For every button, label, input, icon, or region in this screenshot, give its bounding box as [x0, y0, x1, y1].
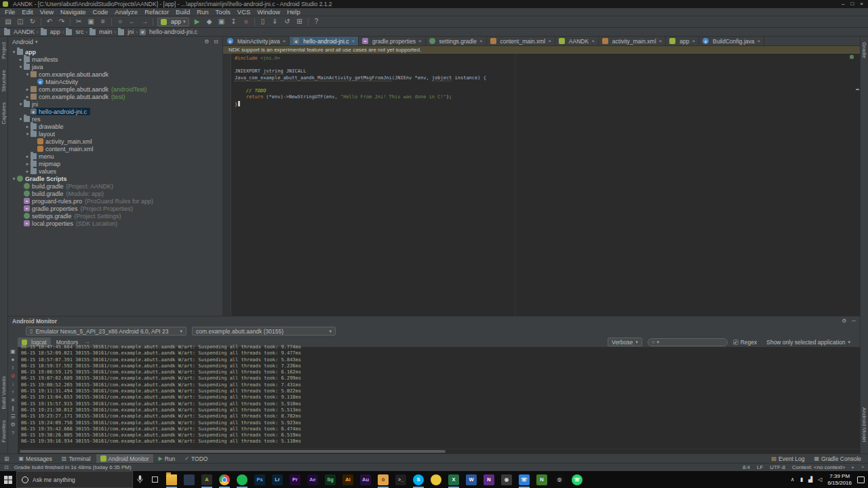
cursor-position[interactable]: 8:4 [743, 464, 750, 470]
android-studio-icon[interactable]: A [198, 471, 216, 488]
menu-item-build[interactable]: Build [172, 8, 193, 16]
monkey-face-icon[interactable]: ö [374, 471, 392, 488]
command-prompt-icon[interactable]: >_ [392, 471, 410, 488]
undo-icon[interactable]: ↶ [45, 18, 54, 25]
help-icon[interactable]: ? [12, 430, 14, 436]
tree-item-com-example-abutt-aandk[interactable]: ▾com.example.abutt.aandk [8, 70, 222, 78]
debug-icon[interactable]: ◆ [205, 18, 214, 25]
avd-manager-icon[interactable]: ▯ [259, 18, 267, 25]
chevron-right-icon[interactable]: ▸ [24, 161, 31, 167]
camera-icon[interactable]: ◉ [498, 471, 515, 488]
chevron-down-icon[interactable]: ▾ [11, 176, 17, 182]
logcat-output[interactable]: 06-15 18:47:45.664 30155-30161/com.examp… [18, 344, 860, 449]
device-selector[interactable]: ▯ Emulator Nexus_5_API_23_x86 Android 6.… [26, 327, 186, 336]
microphone-button[interactable] [133, 471, 146, 488]
cortana-search[interactable]: Ask me anything [16, 471, 133, 488]
tab-messages[interactable]: ▣Messages [15, 454, 56, 464]
onenote-icon[interactable]: N [480, 471, 498, 488]
illustrator-icon[interactable]: Ai [339, 471, 357, 488]
menu-item-window[interactable]: Window [254, 8, 283, 16]
tab-gradle-console[interactable]: ▦Gradle Console [810, 454, 865, 464]
save-all-icon[interactable]: ◫ [16, 18, 24, 25]
editor-tab-buildconfig-java[interactable]: cBuildConfig.java× [699, 37, 764, 45]
after-effects-icon[interactable]: Ae [304, 471, 321, 488]
whatsapp-icon[interactable]: ☏ [568, 471, 586, 488]
tool-button-android-model[interactable]: Android Model [861, 407, 867, 443]
open-project-icon[interactable]: ▤ [4, 18, 12, 25]
tree-item-gradle-scripts[interactable]: ▾Gradle Scripts [8, 175, 222, 182]
close-icon[interactable]: × [591, 38, 595, 44]
tree-item-hello-android-jni-c[interactable]: chello-android-jni.c [8, 108, 222, 115]
close-button[interactable]: × [860, 0, 863, 8]
project-view-selector[interactable]: Android ▾ [12, 39, 38, 45]
page-up-icon[interactable]: ↑ [12, 390, 14, 395]
minimize-panel-icon[interactable]: ─ [852, 318, 856, 324]
tree-item-gradle-properties-project-properties[interactable]: =gradle.properties(Project Properties) [8, 205, 222, 212]
sdk-manager-icon[interactable]: ⇓ [271, 18, 279, 25]
chevron-down-icon[interactable]: ▾ [11, 49, 17, 55]
editor-tab-app[interactable]: app× [666, 37, 699, 45]
tree-item-com-example-abutt-aandk-androidtest[interactable]: ▸com.example.abutt.aandk(androidTest) [8, 85, 222, 93]
notepad-icon[interactable]: N [533, 471, 551, 488]
tab-terminal[interactable]: ▥Terminal [58, 454, 95, 464]
tree-item-values[interactable]: ▸values [8, 167, 222, 175]
lightroom-icon[interactable]: Lr [269, 471, 286, 488]
project-structure-icon[interactable]: ⊞ [296, 18, 304, 25]
help-icon[interactable]: ? [313, 18, 321, 25]
chevron-down-icon[interactable]: ▾ [24, 131, 31, 137]
tree-item-mainactivity[interactable]: cMainActivity [8, 78, 222, 85]
breadcrumb-item-hello-android-jni-c[interactable]: chello-android-jni.c [140, 28, 197, 35]
close-icon[interactable]: × [418, 38, 422, 44]
hide-tool-windows-icon[interactable]: ⊡ [4, 464, 9, 470]
minimize-button[interactable]: – [842, 0, 844, 8]
run-config-selector[interactable]: app▾ [157, 18, 189, 26]
close-icon[interactable]: × [659, 38, 663, 44]
back-icon[interactable]: ← [128, 18, 136, 25]
chevron-right-icon[interactable]: ▸ [24, 169, 31, 174]
chevron-right-icon[interactable]: ▸ [24, 94, 31, 100]
tree-item-menu[interactable]: ▸menu [8, 152, 222, 160]
editor-scrollbar[interactable] [855, 54, 860, 316]
tree-item-mipmap[interactable]: ▸mipmap [8, 160, 222, 167]
editor-tab-gradle-properties[interactable]: =gradle.properties× [359, 37, 425, 45]
file-explorer-icon[interactable] [163, 471, 180, 488]
menu-item-navigate[interactable]: Navigate [57, 8, 90, 16]
close-icon[interactable]: × [351, 38, 355, 44]
tab-event-log[interactable]: ▤Event Log [768, 454, 809, 464]
chevron-down-icon[interactable]: ▾ [24, 72, 31, 77]
tool-button-captures[interactable]: Captures [1, 102, 7, 124]
menu-item-edit[interactable]: Edit [18, 8, 36, 16]
tool-window-switcher-icon[interactable]: ⊞ [4, 455, 9, 462]
tree-item-manifests[interactable]: ▸manifests [8, 56, 222, 63]
code-area[interactable]: #include <jni.h> JNIEXPORT jstring JNICA… [231, 54, 860, 316]
tree-item-com-example-abutt-aandk-test[interactable]: ▸com.example.abutt.aandk(test) [8, 93, 222, 100]
tool-button-project[interactable]: Project [1, 42, 7, 59]
editor-tab-activity-main-xml[interactable]: activity_main.xml× [599, 37, 666, 45]
tree-item-proguard-rules-pro-proguard-rules-for-app[interactable]: =proguard-rules.pro(ProGuard Rules for a… [8, 197, 222, 205]
breadcrumb-item-app[interactable]: app [41, 28, 60, 35]
close-icon[interactable]: × [692, 38, 695, 44]
start-button[interactable] [0, 471, 16, 488]
tree-item-build-gradle-module-app[interactable]: build.gradle(Module: app) [8, 190, 222, 197]
tool-button-gradle[interactable]: Gradle [861, 42, 867, 58]
tool-button-favorites[interactable]: Favorites [1, 420, 7, 443]
line-separator[interactable]: LF [757, 464, 763, 470]
chrome-icon[interactable] [216, 471, 233, 488]
chevron-down-icon[interactable]: ▾ [18, 117, 24, 122]
editor-tab-content-main-xml[interactable]: content_main.xml× [487, 37, 555, 45]
breadcrumb-item-jni[interactable]: jni [118, 28, 134, 35]
breadcrumb-item-aandk[interactable]: AANDK [4, 28, 35, 35]
tree-item-res[interactable]: ▾res [8, 115, 222, 123]
audition-icon[interactable]: Au [357, 471, 374, 488]
gradle-sync-icon[interactable]: ↺ [283, 18, 292, 25]
copy-icon[interactable]: ▣ [87, 18, 95, 25]
screen-record-icon[interactable]: ● [12, 357, 15, 363]
run-coverage-icon[interactable]: ▣ [218, 18, 226, 25]
editor-tab-aandk[interactable]: AANDK× [555, 37, 599, 45]
stop-icon[interactable]: ■ [242, 18, 250, 25]
menu-item-code[interactable]: Code [90, 8, 112, 16]
word-icon[interactable]: W [462, 471, 480, 488]
close-icon[interactable]: × [548, 38, 551, 44]
chevron-right-icon[interactable]: ▸ [18, 57, 24, 62]
screenshot-camera-icon[interactable]: ▣ [10, 349, 16, 354]
